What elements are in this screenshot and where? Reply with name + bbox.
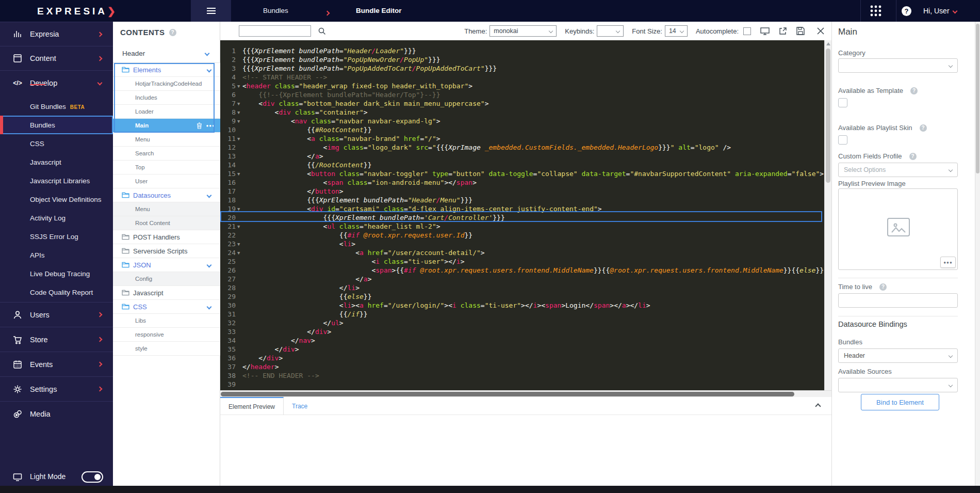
available-as-template-checkbox[interactable] bbox=[838, 98, 847, 107]
sidebar-item-settings[interactable]: Settings bbox=[0, 376, 113, 401]
available-as-template-label: Available as Template? bbox=[838, 87, 918, 94]
help-icon[interactable]: ? bbox=[879, 283, 887, 291]
keybinds-select[interactable] bbox=[597, 25, 624, 37]
tree-item-top[interactable]: Top bbox=[113, 161, 220, 174]
theme-select[interactable]: monokai bbox=[489, 25, 557, 37]
editor-vertical-scrollbar[interactable] bbox=[824, 40, 831, 390]
available-sources-select[interactable] bbox=[838, 378, 958, 392]
trash-icon[interactable] bbox=[197, 122, 202, 129]
line-number: 28 bbox=[220, 283, 236, 292]
expresia-logo[interactable]: EXPRESIA❯ bbox=[37, 5, 116, 17]
sidebar-subitem-javascript[interactable]: Javascript bbox=[0, 153, 113, 171]
sidebar-subitem-javascript-libraries[interactable]: Javascript Libraries bbox=[0, 171, 113, 190]
tree-item-loader[interactable]: Loader bbox=[113, 105, 220, 119]
sidebar-subitem-code-quality-report[interactable]: Code Quality Report bbox=[0, 283, 113, 301]
save-icon[interactable] bbox=[796, 27, 805, 35]
tree-item-hotjartrackingcodehead[interactable]: HotjarTrackingCodeHead bbox=[113, 77, 220, 91]
sidebar-item-media[interactable]: Media bbox=[0, 401, 113, 426]
sidebar-item-events[interactable]: Events bbox=[0, 352, 113, 376]
sidebar-item-content[interactable]: Content bbox=[0, 46, 113, 70]
help-icon[interactable]: ? bbox=[920, 124, 927, 132]
tab-trace[interactable]: Trace bbox=[284, 397, 316, 415]
apps-grid-icon[interactable] bbox=[869, 0, 883, 22]
time-to-live-input[interactable] bbox=[838, 293, 958, 308]
sidebar-subitem-ssjs-error-log[interactable]: SSJS Error Log bbox=[0, 227, 113, 246]
scroll-up-arrow-icon[interactable] bbox=[826, 42, 830, 45]
tree-item-menu[interactable]: Menu bbox=[113, 202, 220, 216]
sidebar-subitem-activity-log[interactable]: Activity Log bbox=[0, 209, 113, 227]
code-line: 13 </a> bbox=[220, 152, 824, 161]
line-number: 35 bbox=[220, 345, 236, 354]
tree-item-libs[interactable]: Libs bbox=[113, 314, 220, 328]
divider bbox=[838, 316, 958, 316]
sidebar-subitem-apis[interactable]: APIs bbox=[0, 246, 113, 264]
light-mode-toggle[interactable] bbox=[81, 471, 103, 483]
tree-item-root-content[interactable]: Root Content bbox=[113, 216, 220, 230]
bar-chart-icon bbox=[12, 29, 23, 39]
custom-fields-profile-select[interactable]: Select Options bbox=[838, 163, 958, 177]
collapse-panel-button[interactable] bbox=[816, 401, 820, 410]
bind-to-element-button[interactable]: Bind to Element bbox=[861, 394, 939, 410]
font-size-select[interactable]: 14 bbox=[665, 25, 688, 37]
tree-item-includes[interactable]: Includes bbox=[113, 91, 220, 105]
editor-search-input[interactable] bbox=[239, 25, 311, 37]
code-line: 34 </nav> bbox=[220, 336, 824, 345]
help-icon[interactable]: ? bbox=[909, 153, 917, 160]
tree-item-menu[interactable]: Menu bbox=[113, 133, 220, 147]
tree-folder-post-handlers[interactable]: POST Handlers bbox=[113, 230, 220, 244]
search-icon[interactable] bbox=[318, 27, 326, 35]
help-icon[interactable]: ? bbox=[902, 0, 911, 22]
tree-item-responsive[interactable]: responsive bbox=[113, 328, 220, 342]
tab-element-preview[interactable]: Element Preview bbox=[220, 397, 284, 415]
line-number: 29 bbox=[220, 292, 236, 301]
sidebar-subitem-git-bundles[interactable]: Git BundlesBETA bbox=[0, 97, 113, 116]
tree-item-config[interactable]: Config bbox=[113, 272, 220, 286]
tree-item-main[interactable]: Main ●●● bbox=[113, 119, 220, 133]
category-select[interactable] bbox=[838, 58, 958, 73]
sidebar-subitem-object-view-definitions[interactable]: Object View Definitions bbox=[0, 190, 113, 209]
tree-item-style[interactable]: style bbox=[113, 342, 220, 356]
more-options-icon[interactable]: ●●● bbox=[206, 123, 216, 128]
tree-folder-datasources[interactable]: Datasources bbox=[113, 188, 220, 202]
tree-folder-json[interactable]: JSON bbox=[113, 258, 220, 272]
chevron-right-icon bbox=[97, 312, 103, 317]
sidebar-item-expresia[interactable]: Expresia bbox=[0, 22, 113, 46]
sidebar-subitem-bundles[interactable]: Bundles bbox=[0, 116, 113, 134]
editor-horizontal-scrollbar[interactable] bbox=[220, 390, 831, 397]
line-number: 30 bbox=[220, 301, 236, 310]
breadcrumb-bundles[interactable]: Bundles bbox=[263, 7, 288, 14]
code-line: 30 <li><a href="/user/login/"><i class="… bbox=[220, 301, 824, 310]
available-as-playlist-skin-checkbox[interactable] bbox=[838, 135, 847, 145]
fullscreen-monitor-icon[interactable] bbox=[760, 27, 770, 35]
sidebar-subitem-live-debug-tracing[interactable]: Live Debug Tracing bbox=[0, 264, 113, 283]
open-external-icon[interactable] bbox=[779, 27, 787, 35]
tree-folder-css[interactable]: CSS bbox=[113, 300, 220, 314]
sidebar-item-users[interactable]: Users bbox=[0, 302, 113, 327]
help-icon[interactable]: ? bbox=[910, 87, 918, 94]
tree-folder-elements[interactable]: Elements bbox=[113, 63, 220, 77]
tree-item-search[interactable]: Search bbox=[113, 147, 220, 161]
chevron-right-icon bbox=[97, 337, 103, 342]
image-placeholder-icon bbox=[887, 218, 910, 236]
panel-scrollbar[interactable] bbox=[975, 22, 980, 486]
code-editor[interactable]: 1{{{XprElement bundlePath="Header/Loader… bbox=[220, 40, 824, 390]
tree-item-user[interactable]: User bbox=[113, 174, 220, 188]
image-more-button[interactable]: ●●● bbox=[940, 257, 956, 268]
tree-folder-serverside-scripts[interactable]: Serverside Scripts bbox=[113, 244, 220, 258]
sidebar-item-store[interactable]: Store bbox=[0, 327, 113, 352]
sidebar-item-develop[interactable]: </> Develop bbox=[0, 70, 113, 95]
line-number: 26 bbox=[220, 266, 236, 275]
line-number: 34 bbox=[220, 336, 236, 345]
playlist-preview-image-box[interactable]: ●●● bbox=[838, 188, 958, 270]
bundle-select[interactable]: Header bbox=[113, 45, 220, 63]
hamburger-menu-button[interactable] bbox=[191, 0, 231, 22]
autocomplete-checkbox[interactable] bbox=[743, 27, 751, 35]
tree-folder-javascript[interactable]: Javascript bbox=[113, 286, 220, 300]
contents-help-icon[interactable]: ? bbox=[169, 29, 176, 36]
close-icon[interactable] bbox=[817, 27, 824, 35]
sidebar-subitem-css[interactable]: CSS bbox=[0, 134, 113, 153]
code-line: 3{{{XprElement bundlePath="PopUpAddedToC… bbox=[220, 64, 824, 73]
code-line: 23▼ <li> bbox=[220, 240, 824, 248]
user-menu[interactable]: Hi, User bbox=[923, 0, 957, 22]
bundles-select[interactable]: Header bbox=[838, 348, 958, 363]
